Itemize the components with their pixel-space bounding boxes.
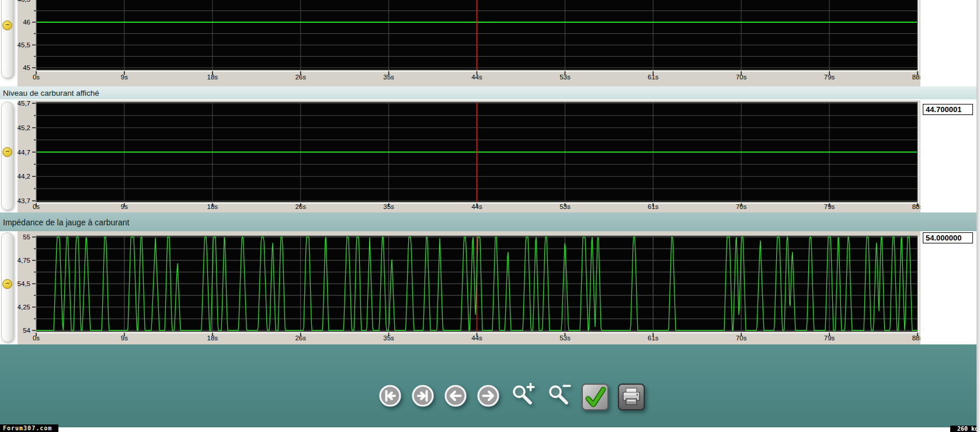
svg-text:61s: 61s [648,74,659,81]
svg-text:88s: 88s [912,335,920,342]
magnifier-plus-icon [509,382,536,409]
svg-text:46: 46 [23,19,30,26]
svg-text:53s: 53s [559,335,571,342]
print-button[interactable] [618,384,645,410]
accept-button[interactable] [582,384,609,410]
svg-text:45,2: 45,2 [18,124,30,131]
svg-text:45,5: 45,5 [18,41,30,48]
svg-text:35s: 35s [383,203,394,210]
svg-text:79s: 79s [824,335,835,342]
panel3-collapse-led-icon[interactable]: − [2,279,12,289]
svg-text:53s: 53s [559,74,571,81]
svg-text:88s: 88s [912,203,920,210]
svg-text:45: 45 [23,64,30,71]
svg-text:54: 54 [23,327,30,334]
svg-text:26s: 26s [295,74,306,81]
waveform-chart-fuel-level-displayed[interactable]: 43,744,244,745,245,70s9s18s26s35s44s53s6… [18,100,920,212]
step-back-button[interactable] [444,384,467,410]
svg-text:18s: 18s [207,74,218,81]
waveform-chart-fuel-gauge-impedance[interactable]: 5454,2554,554,75550s9s18s26s35s44s53s61s… [18,231,920,344]
svg-text:0s: 0s [33,74,40,81]
svg-text:54,25: 54,25 [18,304,30,311]
go-to-end-icon [411,384,435,407]
step-forward-button[interactable] [477,384,500,410]
waveform-chart-fuel-level-top[interactable]: 4545,54646,50s9s18s26s35s44s53s61s70s79s… [18,0,920,86]
panel2-value-readout[interactable]: 44.700001 [923,104,973,115]
svg-text:61s: 61s [648,335,659,342]
panel1-collapse-led-icon[interactable]: − [2,20,12,30]
svg-text:79s: 79s [824,74,835,81]
svg-text:70s: 70s [736,74,747,81]
svg-text:26s: 26s [295,203,306,210]
panel3-value-readout[interactable]: 54.000000 [923,232,973,243]
svg-text:44s: 44s [471,203,482,210]
svg-text:43,7: 43,7 [18,197,30,204]
svg-text:88s: 88s [912,74,920,81]
zoom-in-button[interactable] [509,382,536,412]
panel2-title: Niveau de carburant affiché [0,86,976,100]
svg-text:55: 55 [23,234,30,241]
svg-text:79s: 79s [824,203,835,210]
arrow-right-icon [477,384,500,407]
svg-text:44s: 44s [471,335,482,342]
svg-text:0s: 0s [33,335,40,342]
svg-text:61s: 61s [648,203,659,210]
svg-text:54,5: 54,5 [18,280,30,287]
svg-text:45,7: 45,7 [18,100,30,107]
svg-text:44s: 44s [471,74,482,81]
arrow-left-icon [444,384,467,407]
file-size-label: 260 ko [950,426,980,432]
go-to-start-icon [378,384,402,407]
svg-text:35s: 35s [383,74,394,81]
svg-text:70s: 70s [736,335,747,342]
svg-text:44,7: 44,7 [18,149,30,156]
panel1-slider-bar[interactable] [1,0,13,78]
svg-text:35s: 35s [383,335,394,342]
go-to-start-button[interactable] [378,384,402,410]
svg-text:9s: 9s [121,335,128,342]
svg-text:70s: 70s [736,203,747,210]
magnifier-minus-icon [545,382,572,409]
svg-text:53s: 53s [559,203,571,210]
footer-control-area [0,344,976,427]
svg-text:9s: 9s [121,203,128,210]
svg-text:0s: 0s [33,203,40,210]
svg-text:54,75: 54,75 [18,257,30,264]
svg-text:18s: 18s [207,335,218,342]
panel3-title: Impédance de la jauge à carburant [0,212,976,231]
svg-text:44,2: 44,2 [18,173,30,180]
go-to-end-button[interactable] [411,384,435,410]
printer-icon [619,385,644,409]
svg-text:46,5: 46,5 [18,0,30,3]
zoom-out-button[interactable] [545,382,572,412]
svg-text:9s: 9s [121,74,128,81]
svg-text:26s: 26s [295,335,306,342]
window-edge-scroll-strip[interactable] [976,0,980,432]
green-check-icon [583,385,607,409]
playback-toolbar [378,383,645,411]
panel2-collapse-led-icon[interactable]: − [2,147,12,157]
svg-text:18s: 18s [207,203,218,210]
watermark-label: Forum307.com [0,424,58,432]
